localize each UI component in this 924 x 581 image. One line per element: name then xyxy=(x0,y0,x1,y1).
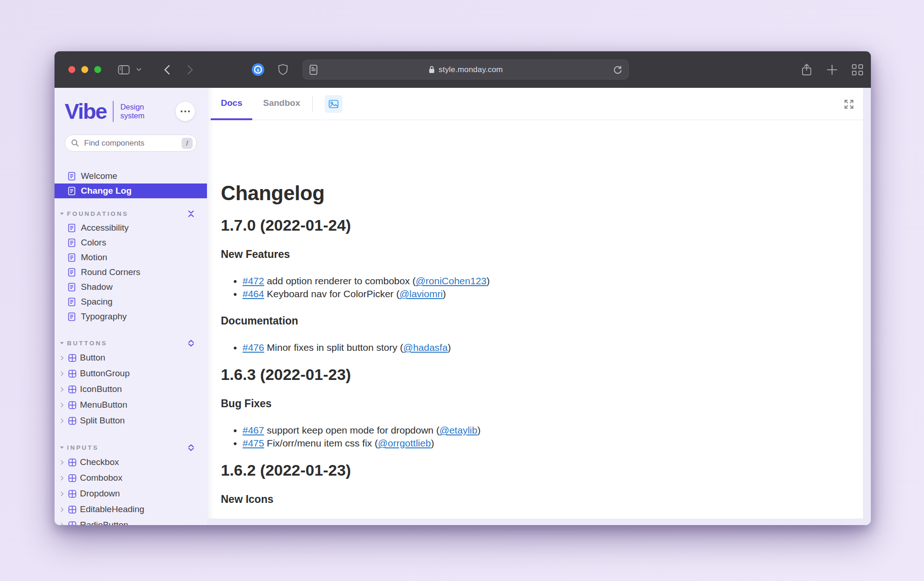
sidebar-item-label: Round Corners xyxy=(81,267,140,277)
sidebar-item-split-button[interactable]: Split Button xyxy=(55,413,207,428)
lock-icon xyxy=(429,66,435,73)
sidebar-item-welcome[interactable]: Welcome xyxy=(55,169,207,183)
sidebar-item-round-corners[interactable]: Round Corners xyxy=(55,265,207,280)
caret-right-icon[interactable] xyxy=(61,491,64,496)
sidebar-item-dropdown[interactable]: Dropdown xyxy=(55,486,207,501)
pr-link[interactable]: #476 xyxy=(243,342,264,353)
search-input[interactable] xyxy=(83,138,182,148)
user-link[interactable]: @hadasfa xyxy=(403,342,448,353)
back-button[interactable] xyxy=(160,51,174,88)
sidebar: Vibe Design system / xyxy=(55,88,207,525)
section-header-inputs[interactable]: Inputs xyxy=(55,440,207,454)
caret-right-icon[interactable] xyxy=(61,523,64,526)
sidebar-item-motion[interactable]: Motion xyxy=(55,250,207,265)
url-display: style.monday.com xyxy=(303,60,628,79)
new-tab-icon[interactable] xyxy=(823,51,841,88)
component-grid-icon xyxy=(68,370,76,378)
zoom-window-button[interactable] xyxy=(94,66,101,73)
component-grid-icon xyxy=(68,354,76,362)
caret-right-icon[interactable] xyxy=(61,507,64,512)
caret-right-icon[interactable] xyxy=(61,403,64,408)
expand-section-icon[interactable] xyxy=(188,340,194,347)
image-view-button[interactable] xyxy=(325,95,342,113)
privacy-shield-icon[interactable] xyxy=(275,51,291,88)
section-title: Foundations xyxy=(67,210,128,217)
address-bar[interactable]: style.monday.com xyxy=(303,60,629,80)
caret-right-icon[interactable] xyxy=(61,371,64,376)
pr-link[interactable]: #467 xyxy=(243,425,264,435)
changelog-item: #472 add option renderer to combobox (@r… xyxy=(243,275,835,287)
caret-right-icon[interactable] xyxy=(61,355,64,361)
sidebar-item-typography[interactable]: Typography xyxy=(55,309,207,324)
section-header-buttons[interactable]: Buttons xyxy=(55,336,207,350)
sidebar-item-accessibility[interactable]: Accessibility xyxy=(55,220,207,235)
close-window-button[interactable] xyxy=(68,66,75,73)
sidebar-item-label: ButtonGroup xyxy=(80,368,130,379)
component-grid-icon xyxy=(68,474,76,482)
user-link[interactable]: @orrgottlieb xyxy=(378,438,431,448)
tab-sandbox[interactable]: Sandbox xyxy=(263,88,300,120)
expand-section-icon[interactable] xyxy=(188,444,194,451)
search-box[interactable]: / xyxy=(65,135,197,152)
doc-icon xyxy=(68,283,76,292)
section-header-foundations[interactable]: Foundations xyxy=(55,207,207,220)
pr-link[interactable]: #464 xyxy=(243,288,264,299)
sidebar-item-checkbox[interactable]: Checkbox xyxy=(55,454,207,470)
component-grid-icon xyxy=(68,459,76,466)
onepassword-extension-icon[interactable] xyxy=(250,51,266,88)
tabbar-divider xyxy=(312,96,313,112)
tab-overview-icon[interactable] xyxy=(848,51,867,88)
sidebar-toggle-icon[interactable] xyxy=(116,51,132,88)
sidebar-item-buttongroup[interactable]: ButtonGroup xyxy=(55,366,207,381)
sidebar-item-radiobutton[interactable]: RadioButton xyxy=(55,517,207,525)
sidebar-item-label: RadioButton xyxy=(80,520,128,525)
more-options-button[interactable] xyxy=(176,102,195,121)
logo-subtitle: Design system xyxy=(120,103,153,120)
caret-right-icon[interactable] xyxy=(61,460,64,465)
caret-right-icon[interactable] xyxy=(61,418,64,423)
item-text: add option renderer to combobox ( xyxy=(264,275,416,286)
fullscreen-icon[interactable] xyxy=(843,98,855,112)
sidebar-item-colors[interactable]: Colors xyxy=(55,235,207,250)
sidebar-item-label: Split Button xyxy=(80,416,125,426)
section-title: Inputs xyxy=(67,444,99,451)
forward-button[interactable] xyxy=(183,51,197,88)
vibe-logo[interactable]: Vibe xyxy=(65,101,106,122)
item-text: Keyboard nav for ColorPicker ( xyxy=(264,288,400,299)
user-link[interactable]: @roniCohen123 xyxy=(416,275,486,286)
caret-right-icon[interactable] xyxy=(61,476,64,481)
sidebar-item-button[interactable]: Button xyxy=(55,350,207,366)
sidebar-item-iconbutton[interactable]: IconButton xyxy=(55,381,207,397)
item-tail: ) xyxy=(448,342,451,353)
user-link[interactable]: @laviomri xyxy=(400,288,443,299)
caret-down-icon xyxy=(60,342,64,344)
sidebar-item-menubutton[interactable]: MenuButton xyxy=(55,397,207,413)
pr-link[interactable]: #475 xyxy=(243,438,264,448)
sidebar-item-change-log[interactable]: Change Log xyxy=(55,183,207,198)
doc-icon xyxy=(68,187,76,196)
caret-right-icon[interactable] xyxy=(61,387,64,392)
story-tabbar: Docs Sandbox xyxy=(207,88,863,120)
sidebar-item-spacing[interactable]: Spacing xyxy=(55,294,207,309)
component-grid-icon xyxy=(68,506,76,514)
changelog-item: #464 Keyboard nav for ColorPicker (@lavi… xyxy=(243,287,835,300)
collapse-section-icon[interactable] xyxy=(188,210,194,217)
sidebar-item-label: Spacing xyxy=(81,297,113,307)
sidebar-item-label: Shadow xyxy=(81,282,113,292)
sidebar-item-editableheading[interactable]: EditableHeading xyxy=(55,501,207,517)
pr-link[interactable]: #472 xyxy=(243,275,264,286)
chevron-down-icon[interactable] xyxy=(134,51,143,88)
doc-icon xyxy=(68,312,76,321)
reload-icon[interactable] xyxy=(613,65,623,77)
release-version: 1.6.2 (2022-01-23) xyxy=(221,461,835,479)
sidebar-item-combobox[interactable]: Combobox xyxy=(55,470,207,486)
doc-icon xyxy=(68,253,76,262)
tab-docs[interactable]: Docs xyxy=(211,88,252,120)
minimize-window-button[interactable] xyxy=(81,66,88,73)
item-text: support keep open mode for dropdown ( xyxy=(264,425,439,435)
user-link[interactable]: @etaylib xyxy=(439,425,477,435)
share-icon[interactable] xyxy=(797,51,816,88)
sidebar-item-shadow[interactable]: Shadow xyxy=(55,280,207,294)
browser-toolbar: style.monday.com xyxy=(55,51,871,88)
changelog-item: #476 Minor fixes in split button story (… xyxy=(243,341,835,354)
